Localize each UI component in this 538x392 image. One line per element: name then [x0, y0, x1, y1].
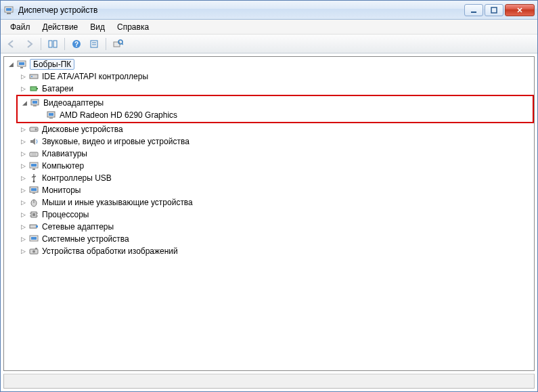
- scan-hardware-button[interactable]: [110, 37, 126, 51]
- svg-rect-30: [30, 152, 38, 156]
- node-label: Батареи: [42, 84, 73, 93]
- tree-node-cpu[interactable]: ▷ Процессоры: [4, 209, 534, 221]
- tree-node-video-child[interactable]: ▷ AMD Radeon HD 6290 Graphics: [18, 109, 533, 121]
- svg-rect-35: [32, 169, 35, 170]
- expand-icon[interactable]: ▷: [19, 137, 27, 146]
- expand-icon[interactable]: ▷: [19, 223, 27, 231]
- svg-rect-24: [33, 106, 37, 106]
- node-label: Сетевые адаптеры: [42, 222, 114, 232]
- collapse-icon[interactable]: ◢: [7, 60, 15, 68]
- svg-rect-16: [19, 62, 24, 65]
- back-button[interactable]: [3, 37, 20, 51]
- cpu-icon: [28, 209, 39, 220]
- device-manager-window: Диспетчер устройств Файл Действие Вид Сп…: [0, 0, 538, 392]
- svg-rect-38: [31, 188, 37, 191]
- tree-node-computer[interactable]: ▷ Компьютер: [4, 160, 534, 172]
- titlebar[interactable]: Диспетчер устройств: [1, 1, 537, 20]
- svg-rect-4: [491, 7, 497, 13]
- maximize-button[interactable]: [485, 4, 503, 16]
- tree-node-keyboard[interactable]: ▷ Клавиатуры: [4, 148, 534, 160]
- tree-node-network[interactable]: ▷ Сетевые адаптеры: [4, 221, 534, 233]
- svg-rect-17: [20, 67, 23, 68]
- tree-node-imaging[interactable]: ▷ Устройства обработки изображений: [4, 245, 534, 257]
- node-label: Дисковые устройства: [42, 125, 123, 134]
- tree-node-ide[interactable]: ▷ IDE ATA/ATAPI контроллеры: [4, 70, 534, 83]
- tree-node-monitor[interactable]: ▷ Мониторы: [4, 184, 534, 196]
- svg-rect-34: [31, 164, 37, 167]
- expand-icon[interactable]: ▷: [19, 247, 27, 255]
- tree-node-mouse[interactable]: ▷ Мыши и иные указывающие устройства: [4, 196, 534, 209]
- tree-node-battery[interactable]: ▷ Батареи: [4, 83, 534, 95]
- node-label: Системные устройства: [42, 234, 129, 244]
- tree-node-video[interactable]: ◢ Видеоадаптеры: [18, 97, 533, 109]
- svg-line-14: [122, 43, 123, 45]
- usb-icon: [28, 173, 39, 183]
- node-label: AMD Radeon HD 6290 Graphics: [60, 110, 177, 120]
- disk-icon: [28, 124, 39, 135]
- svg-rect-54: [35, 248, 37, 249]
- help-button[interactable]: ?: [68, 37, 85, 51]
- expand-icon[interactable]: ▷: [19, 150, 27, 158]
- svg-rect-1: [6, 8, 12, 11]
- monitor-icon: [28, 185, 39, 196]
- tree-node-usb[interactable]: ▷ Контроллеры USB: [4, 172, 534, 184]
- mouse-icon: [28, 197, 39, 208]
- display-adapter-icon: [46, 110, 57, 121]
- computer-icon: [28, 160, 39, 171]
- collapse-icon[interactable]: ◢: [20, 99, 28, 107]
- expand-icon[interactable]: ▷: [19, 125, 27, 133]
- expand-icon[interactable]: ▷: [19, 186, 27, 194]
- svg-rect-23: [32, 101, 37, 104]
- menu-action[interactable]: Действие: [37, 21, 84, 33]
- toolbar-separator: [41, 38, 41, 50]
- svg-rect-9: [91, 41, 97, 47]
- svg-rect-18: [30, 74, 38, 79]
- battery-icon: [28, 83, 39, 94]
- window-controls: [464, 4, 535, 16]
- network-icon: [28, 221, 39, 232]
- close-button[interactable]: [505, 4, 535, 16]
- app-icon: [3, 5, 14, 16]
- svg-rect-5: [49, 41, 52, 47]
- node-label: Клавиатуры: [42, 149, 87, 158]
- svg-rect-49: [36, 225, 38, 227]
- computer-icon: [16, 59, 27, 70]
- tree-node-sound[interactable]: ▷ Звуковые, видео и игровые устройства: [4, 135, 534, 148]
- svg-text:?: ?: [74, 41, 79, 48]
- sound-icon: [28, 136, 39, 147]
- svg-rect-3: [471, 12, 476, 13]
- expand-icon[interactable]: ▷: [19, 211, 27, 219]
- root-label: Бобры-ПК: [30, 59, 74, 70]
- minimize-button[interactable]: [464, 4, 483, 16]
- device-tree[interactable]: ◢ Бобры-ПК ▷ IDE ATA/ATAPI контроллеры ▷…: [3, 56, 535, 371]
- toolbar-separator: [106, 38, 106, 50]
- toolbar-separator: [64, 38, 65, 50]
- menu-file[interactable]: Файл: [5, 21, 36, 33]
- properties-button[interactable]: [86, 37, 102, 51]
- toolbar: ?: [1, 35, 537, 53]
- svg-rect-26: [49, 113, 53, 116]
- show-hide-tree-button[interactable]: [45, 37, 61, 51]
- forward-button[interactable]: [21, 37, 37, 51]
- window-title: Диспетчер устройств: [18, 5, 464, 15]
- svg-rect-2: [7, 13, 11, 14]
- tree-root[interactable]: ◢ Бобры-ПК: [4, 58, 534, 70]
- node-label: Видеоадаптеры: [43, 98, 104, 108]
- node-label: Звуковые, видео и игровые устройства: [42, 137, 189, 146]
- svg-rect-27: [49, 118, 53, 118]
- expand-icon[interactable]: ▷: [19, 85, 27, 93]
- menu-view[interactable]: Вид: [85, 21, 110, 33]
- tree-node-system[interactable]: ▷ Системные устройства: [4, 233, 534, 245]
- expand-icon[interactable]: ▷: [19, 162, 27, 170]
- imaging-icon: [28, 246, 39, 257]
- expand-icon[interactable]: ▷: [19, 235, 27, 243]
- tree-node-disk[interactable]: ▷ Дисковые устройства: [4, 123, 534, 135]
- expand-icon[interactable]: ▷: [19, 72, 27, 81]
- node-label: Устройства обработки изображений: [42, 246, 178, 256]
- menu-help[interactable]: Справка: [112, 21, 154, 33]
- expand-icon[interactable]: ▷: [19, 174, 27, 182]
- svg-point-53: [32, 251, 35, 253]
- display-adapter-icon: [30, 97, 41, 108]
- svg-point-36: [33, 181, 35, 183]
- expand-icon[interactable]: ▷: [19, 198, 27, 206]
